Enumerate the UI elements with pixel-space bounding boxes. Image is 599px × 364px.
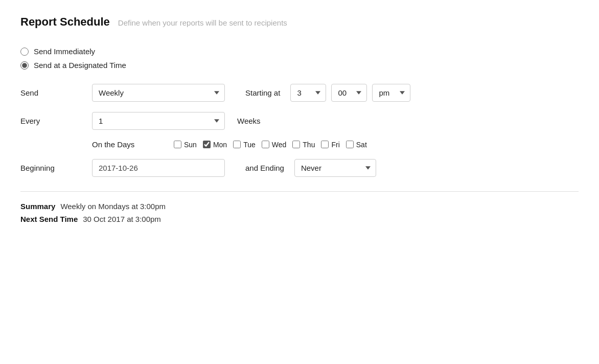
page-title: Report Schedule	[20, 15, 110, 29]
day-fri-label: Fri	[331, 141, 339, 149]
day-fri[interactable]: Fri	[321, 141, 339, 149]
checkbox-wed[interactable]	[262, 141, 269, 148]
time-selects: 1234 5678 9101112 00153045 ampm	[290, 84, 410, 102]
day-sun-label: Sun	[184, 141, 197, 149]
checkbox-fri[interactable]	[321, 141, 329, 148]
summary-label: Summary	[20, 202, 55, 211]
next-send-label: Next Send Time	[20, 215, 78, 223]
day-checkboxes: Sun Mon Tue Wed Thu Fri	[174, 141, 367, 149]
day-sat[interactable]: Sat	[346, 141, 367, 149]
send-row: Send Weekly Daily Monthly Starting at 12…	[20, 84, 579, 102]
schedule-form: Send Weekly Daily Monthly Starting at 12…	[20, 84, 579, 177]
hour-select[interactable]: 1234 5678 9101112	[290, 84, 326, 102]
radio-send-immediately[interactable]: Send Immediately	[20, 47, 579, 56]
radio-send-immediately-label: Send Immediately	[34, 47, 95, 56]
day-wed[interactable]: Wed	[262, 141, 287, 149]
every-label: Every	[20, 117, 82, 125]
radio-send-designated-input[interactable]	[20, 61, 29, 70]
beginning-row: Beginning and Ending Never After 1 occur…	[20, 159, 579, 177]
starting-at-label: Starting at	[245, 88, 280, 97]
checkbox-sun[interactable]	[174, 141, 181, 148]
section-divider	[20, 191, 579, 192]
summary-row: Summary Weekly on Mondays at 3:00pm	[20, 202, 579, 211]
interval-select[interactable]: 1234	[92, 112, 225, 130]
days-row: On the Days Sun Mon Tue Wed Thu	[20, 140, 579, 149]
day-mon[interactable]: Mon	[203, 141, 227, 149]
weeks-label: Weeks	[237, 117, 261, 125]
ending-select[interactable]: Never After 1 occurrence After 5 occurre…	[294, 159, 376, 177]
next-send-value: 30 Oct 2017 at 3:00pm	[83, 215, 161, 223]
checkbox-tue[interactable]	[233, 141, 241, 148]
day-wed-label: Wed	[272, 141, 287, 149]
page-subtitle: Define when your reports will be sent to…	[118, 18, 287, 27]
and-ending-label: and Ending	[245, 164, 284, 172]
summary-value: Weekly on Mondays at 3:00pm	[60, 202, 166, 211]
day-mon-label: Mon	[213, 141, 227, 149]
page-header: Report Schedule Define when your reports…	[20, 15, 579, 29]
day-thu[interactable]: Thu	[292, 141, 315, 149]
beginning-date-input[interactable]	[92, 159, 225, 177]
checkbox-sat[interactable]	[346, 141, 354, 148]
radio-send-immediately-input[interactable]	[20, 48, 29, 56]
beginning-label: Beginning	[20, 164, 82, 172]
day-sat-label: Sat	[356, 141, 367, 149]
day-sun[interactable]: Sun	[174, 141, 197, 149]
day-tue-label: Tue	[243, 141, 256, 149]
minute-select[interactable]: 00153045	[331, 84, 367, 102]
day-thu-label: Thu	[303, 141, 315, 149]
checkbox-mon[interactable]	[203, 141, 211, 148]
schedule-type-group: Send Immediately Send at a Designated Ti…	[20, 47, 579, 70]
ampm-select[interactable]: ampm	[372, 84, 410, 102]
day-tue[interactable]: Tue	[233, 141, 256, 149]
on-the-days-label: On the Days	[92, 140, 153, 149]
checkbox-thu[interactable]	[292, 141, 300, 148]
radio-send-designated-label: Send at a Designated Time	[34, 61, 126, 70]
next-send-row: Next Send Time 30 Oct 2017 at 3:00pm	[20, 215, 579, 223]
every-row: Every 1234 Weeks	[20, 112, 579, 130]
summary-section: Summary Weekly on Mondays at 3:00pm Next…	[20, 202, 579, 223]
radio-send-designated[interactable]: Send at a Designated Time	[20, 61, 579, 70]
send-label: Send	[20, 88, 82, 97]
frequency-select[interactable]: Weekly Daily Monthly	[92, 84, 225, 102]
